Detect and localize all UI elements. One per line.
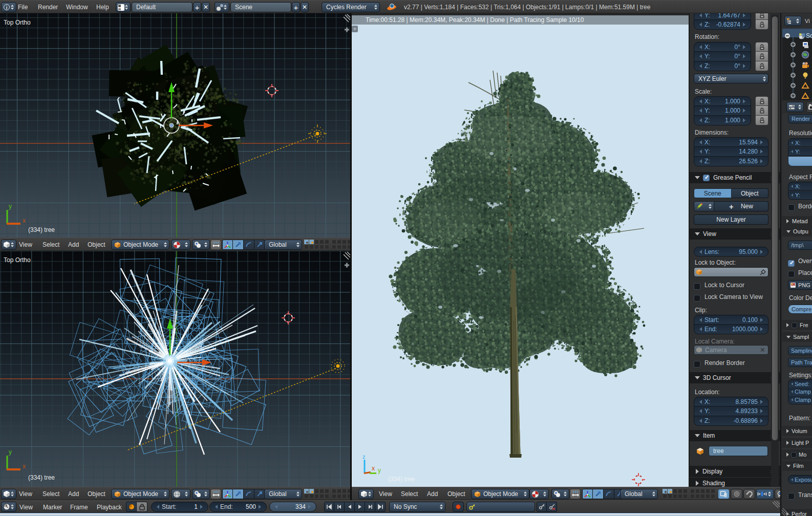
svg-text:(334) tree: (334) tree bbox=[28, 474, 55, 481]
svg-text:x: x bbox=[372, 465, 375, 472]
svg-text:y: y bbox=[9, 203, 12, 210]
svg-text:y: y bbox=[9, 448, 12, 456]
svg-text:Top Ortho: Top Ortho bbox=[4, 19, 31, 26]
svg-text:Sce: Sce bbox=[806, 32, 812, 39]
svg-text:x: x bbox=[23, 463, 26, 470]
svg-text:x: x bbox=[23, 217, 26, 224]
svg-text:z: z bbox=[362, 454, 366, 460]
svg-text:(334) tree: (334) tree bbox=[28, 226, 55, 233]
svg-text:(334) tree: (334) tree bbox=[388, 476, 415, 483]
svg-text:Top Ortho: Top Ortho bbox=[4, 256, 31, 264]
svg-text:y: y bbox=[378, 467, 381, 474]
